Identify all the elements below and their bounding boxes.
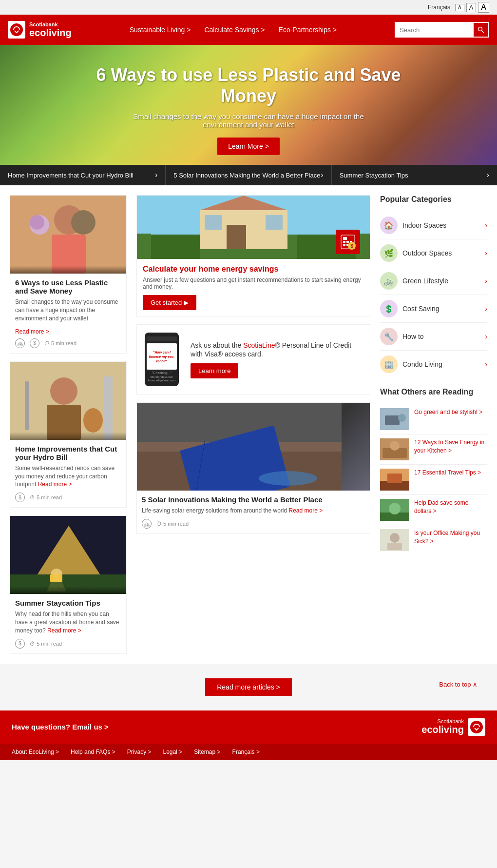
- solar-read-time: ⏱ 5 min read: [156, 521, 189, 527]
- popular-categories-title: Popular Categories: [380, 195, 487, 206]
- footer-link-3[interactable]: Legal >: [163, 749, 182, 755]
- condo-living-arrow: ›: [485, 360, 487, 368]
- ticker-bar: Home Improvements that Cut your Hydro Bi…: [0, 165, 497, 185]
- logo[interactable]: Scotiabank ecoliving: [8, 21, 72, 39]
- svg-rect-25: [227, 225, 246, 249]
- article-card-1[interactable]: Home Improvements that Cut your Hydro Bi…: [10, 361, 127, 508]
- ad-learn-more-button[interactable]: Learn more: [191, 363, 238, 378]
- reading-item-4[interactable]: Is your Office Making you Sick? >: [380, 525, 487, 555]
- solar-read-more[interactable]: Read more >: [289, 507, 323, 514]
- article-title-1: Home Improvements that Cut your Hydro Bi…: [15, 445, 121, 461]
- svg-rect-60: [387, 473, 402, 483]
- ad-phone-visual: "How can I finance my eco-reno?" "Checki…: [145, 333, 184, 386]
- read-more-articles-button[interactable]: Read more articles >: [205, 678, 292, 696]
- article-card-2[interactable]: Summer Staycation Tips Why head for the …: [10, 515, 127, 653]
- footer-link-2[interactable]: Privacy >: [127, 749, 152, 755]
- inline-read-more-1[interactable]: Read more >: [38, 481, 72, 488]
- search-input[interactable]: [395, 22, 473, 38]
- tag-dollar-1: $: [15, 493, 25, 502]
- ad-brand: ScotiaLine: [243, 341, 275, 349]
- svg-point-57: [390, 441, 400, 451]
- reading-item-2[interactable]: 17 Essential Travel Tips >: [380, 465, 487, 495]
- outdoor-spaces-icon: 🌿: [380, 244, 398, 262]
- svg-rect-27: [266, 215, 283, 230]
- calc-house-bg: [137, 196, 370, 259]
- category-cost-saving[interactable]: 💲 Cost Saving ›: [380, 295, 487, 323]
- hero-cta-button[interactable]: Learn More >: [217, 138, 280, 155]
- article-body-1: Home Improvements that Cut your Hydro Bi…: [10, 440, 126, 507]
- font-medium-btn[interactable]: A: [466, 3, 477, 12]
- french-link[interactable]: Français: [428, 4, 450, 11]
- cost-saving-label: Cost Saving: [402, 305, 480, 313]
- reading-link-2[interactable]: 17 Essential Travel Tips >: [414, 469, 481, 476]
- ticker-arrow-2: ›: [487, 171, 489, 179]
- ticker-item-0[interactable]: Home Improvements that Cut your Hydro Bi…: [0, 165, 166, 185]
- calc-body: Calculate your home energy savings Answe…: [137, 259, 370, 316]
- reading-item-0[interactable]: Go green and be stylish! >: [380, 404, 487, 434]
- category-condo-living[interactable]: 🏢 Condo Living ›: [380, 351, 487, 378]
- category-green-lifestyle[interactable]: 🚲 Green Lifestyle ›: [380, 267, 487, 295]
- reading-item-1[interactable]: 12 Ways to Save Energy in your Kitchen >: [380, 434, 487, 465]
- tag-dollar-0: $: [30, 338, 39, 348]
- svg-point-54: [398, 414, 406, 422]
- font-large-btn[interactable]: A: [478, 2, 489, 13]
- svg-point-51: [259, 471, 317, 486]
- nav-eco-partnerships[interactable]: Eco-Partnerships >: [279, 26, 337, 34]
- footer-logo[interactable]: Scotiabank ecoliving: [421, 718, 485, 736]
- footer-links: About EcoLiving > Help and FAQs > Privac…: [0, 744, 497, 760]
- category-outdoor-spaces[interactable]: 🌿 Outdoor Spaces ›: [380, 239, 487, 267]
- ad-content: Ask us about the ScotiaLine® Personal Li…: [191, 341, 362, 378]
- cost-saving-icon: 💲: [380, 300, 398, 317]
- ticker-item-1[interactable]: 5 Solar Innovations Making the World a B…: [166, 165, 331, 185]
- font-small-btn[interactable]: A: [455, 4, 464, 11]
- reading-link-3[interactable]: Help Dad save some dollars >: [414, 499, 468, 514]
- search-button[interactable]: [473, 22, 489, 38]
- article-meta-0: 🚲 $ ⏱ 5 min read: [15, 338, 121, 348]
- svg-point-11: [50, 377, 77, 405]
- svg-text:$: $: [350, 243, 353, 249]
- svg-point-8: [30, 215, 44, 230]
- ticker-arrow-1: ›: [321, 171, 323, 179]
- article-body-2: Summer Staycation Tips Why head for the …: [10, 594, 126, 653]
- reading-thumb-1: [380, 438, 409, 460]
- solar-article-card[interactable]: 5 Solar Innovations Making the World a B…: [136, 402, 370, 534]
- ticker-item-2[interactable]: Summer Staycation Tips ›: [332, 165, 497, 185]
- green-lifestyle-icon: 🚲: [380, 272, 398, 290]
- reading-link-0[interactable]: Go green and be stylish! >: [414, 409, 482, 415]
- reading-thumb-3: [380, 499, 409, 521]
- footer-link-5[interactable]: Français >: [232, 749, 260, 755]
- article-card-0[interactable]: 6 Ways to use Less Plastic and Save Mone…: [10, 195, 127, 353]
- reading-title-3: Help Dad save some dollars >: [414, 499, 487, 515]
- outdoor-spaces-label: Outdoor Spaces: [402, 249, 480, 257]
- article-read-more-0[interactable]: Read more >: [15, 328, 49, 335]
- calc-cta-button[interactable]: Get started ▶: [143, 295, 196, 310]
- footer-link-1[interactable]: Help and FAQs >: [71, 749, 115, 755]
- category-how-to[interactable]: 🔧 How to ›: [380, 323, 487, 351]
- nav-links: Sustainable Living > Calculate Savings >…: [130, 26, 337, 34]
- reading-link-1[interactable]: 12 Ways to Save Energy in your Kitchen >: [414, 439, 484, 454]
- solar-article-desc: Life-saving solar energy solutions from …: [142, 507, 365, 515]
- right-column: Popular Categories 🏠 Indoor Spaces › 🌿 O…: [380, 195, 487, 653]
- how-to-label: How to: [402, 333, 480, 340]
- reading-item-3[interactable]: Help Dad save some dollars >: [380, 495, 487, 525]
- footer-link-4[interactable]: Sitemap >: [194, 749, 220, 755]
- footer-link-0[interactable]: About EcoLiving >: [12, 749, 59, 755]
- nav-sustainable-living[interactable]: Sustainable Living >: [130, 26, 191, 34]
- svg-rect-32: [343, 241, 345, 243]
- article-title-2: Summer Staycation Tips: [15, 599, 121, 607]
- back-to-top-link[interactable]: Back to top ∧: [439, 681, 478, 688]
- green-lifestyle-arrow: ›: [485, 277, 487, 285]
- reading-thumb-2: [380, 469, 409, 491]
- read-time-0: ⏱ 5 min read: [44, 340, 76, 346]
- svg-rect-34: [346, 241, 349, 243]
- nav-calculate-savings[interactable]: Calculate Savings >: [204, 26, 265, 34]
- footer-logo-text: Scotiabank ecoliving: [421, 718, 464, 735]
- reading-link-4[interactable]: Is your Office Making you Sick? >: [414, 530, 480, 545]
- font-size-controls: A A A: [455, 2, 489, 13]
- category-indoor-spaces[interactable]: 🏠 Indoor Spaces ›: [380, 212, 487, 239]
- hero-section: 6 Ways to use Less Plastic and Save Mone…: [0, 45, 497, 165]
- footer-email-cta[interactable]: Have questions? Email us >: [12, 723, 109, 731]
- inline-read-more-2[interactable]: Read more >: [47, 627, 81, 634]
- reading-thumb-4: [380, 529, 409, 551]
- indoor-spaces-label: Indoor Spaces: [402, 221, 480, 229]
